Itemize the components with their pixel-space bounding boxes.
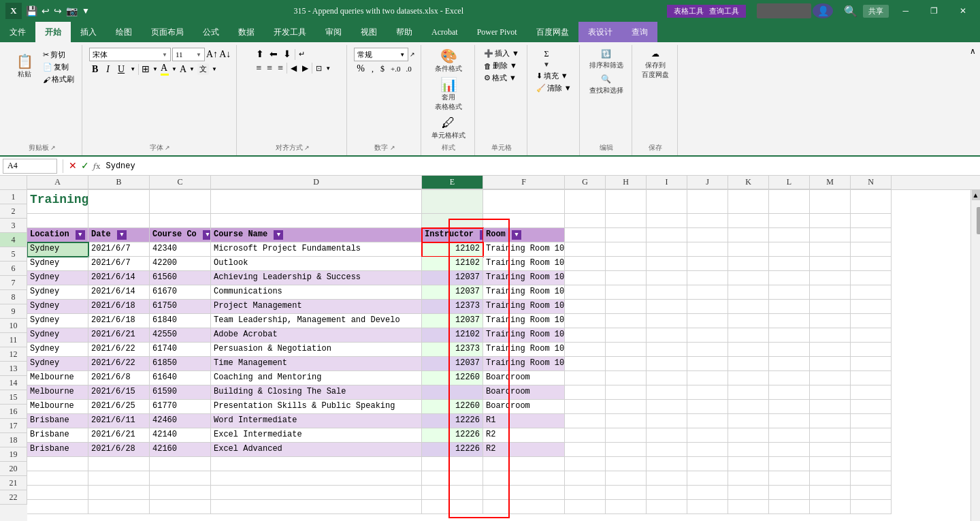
align-middle-btn[interactable]: ⬅	[267, 48, 280, 61]
col-header-C[interactable]: C	[150, 176, 211, 189]
cell-M19[interactable]	[810, 457, 851, 471]
cell-H18[interactable]	[606, 443, 647, 457]
tab-file[interactable]: 文件	[0, 22, 35, 42]
cell-A9[interactable]: Sydney	[27, 314, 88, 328]
cell-N14[interactable]	[851, 385, 892, 400]
cell-G12[interactable]	[565, 357, 606, 371]
cell-C3[interactable]: Course Co ▼	[150, 228, 211, 242]
cell-B5[interactable]: 2021/6/7	[88, 257, 150, 271]
cell-G21[interactable]	[565, 486, 606, 500]
cell-L14[interactable]	[769, 385, 810, 400]
cell-A19[interactable]	[27, 457, 88, 471]
vertical-scrollbar[interactable]: ▲ ▼	[970, 190, 980, 521]
cell-L4[interactable]	[769, 242, 810, 257]
cell-D21[interactable]	[211, 486, 422, 500]
cell-G10[interactable]	[565, 328, 606, 343]
ribbon-expand-btn[interactable]: ∧	[968, 45, 977, 58]
tab-devtools[interactable]: 开发工具	[264, 22, 316, 42]
dec-inc-btn[interactable]: +.0	[389, 64, 402, 74]
row-num-17[interactable]: 17	[0, 419, 27, 433]
cell-G14[interactable]	[565, 385, 606, 400]
indent-dec-btn[interactable]: ◀	[289, 63, 299, 74]
merge-btn[interactable]: ⊡	[314, 63, 324, 74]
cell-L9[interactable]	[769, 314, 810, 328]
fill-arrow[interactable]: ▼	[172, 66, 177, 72]
col-header-N[interactable]: N	[851, 176, 892, 189]
col-header-B[interactable]: B	[88, 176, 150, 189]
cell-I7[interactable]	[647, 285, 687, 300]
cell-J11[interactable]	[687, 343, 728, 357]
cell-G4[interactable]	[565, 242, 606, 257]
cell-C17[interactable]: 42140	[150, 428, 211, 443]
cell-A12[interactable]: Sydney	[27, 357, 88, 371]
cell-E5[interactable]: 12102	[422, 257, 483, 271]
align-center-btn[interactable]: ≡	[265, 62, 274, 74]
cell-N6[interactable]	[851, 271, 892, 285]
cell-N9[interactable]	[851, 314, 892, 328]
cell-H5[interactable]	[606, 257, 647, 271]
cell-J12[interactable]	[687, 357, 728, 371]
cell-F18[interactable]: R2	[483, 443, 565, 457]
cell-A10[interactable]: Sydney	[27, 328, 88, 343]
cell-N19[interactable]	[851, 457, 892, 471]
cell-G15[interactable]	[565, 400, 606, 414]
col-header-F[interactable]: F	[483, 176, 565, 189]
cell-F7[interactable]: Training Room 101	[483, 285, 565, 300]
cell-E7[interactable]: 12037	[422, 285, 483, 300]
cell-I16[interactable]	[647, 414, 687, 428]
cell-D22[interactable]	[211, 500, 422, 514]
cell-I11[interactable]	[647, 343, 687, 357]
cell-G3[interactable]	[565, 228, 606, 242]
cell-A15[interactable]: Melbourne	[27, 400, 88, 414]
cell-B17[interactable]: 2021/6/21	[88, 428, 150, 443]
tab-review[interactable]: 审阅	[316, 22, 351, 42]
cell-style-btn[interactable]: 🖊 单元格样式	[428, 114, 469, 142]
cell-J6[interactable]	[687, 271, 728, 285]
cell-E6[interactable]: 12037	[422, 271, 483, 285]
cell-M1[interactable]	[810, 190, 851, 214]
cell-N4[interactable]	[851, 242, 892, 257]
cell-G20[interactable]	[565, 471, 606, 486]
cell-K22[interactable]	[728, 500, 769, 514]
delete-btn[interactable]: 🗑 删除 ▼	[482, 60, 519, 72]
cell-I5[interactable]	[647, 257, 687, 271]
cell-N12[interactable]	[851, 357, 892, 371]
insert-btn[interactable]: ➕ 插入 ▼	[482, 48, 521, 59]
row-num-19[interactable]: 19	[0, 447, 27, 462]
cell-K16[interactable]	[728, 414, 769, 428]
conditional-format-btn[interactable]: 🎨 条件格式	[428, 48, 469, 75]
col-header-M[interactable]: M	[810, 176, 851, 189]
cell-J18[interactable]	[687, 443, 728, 457]
cell-F6[interactable]: Training Room 102	[483, 271, 565, 285]
cell-I9[interactable]	[647, 314, 687, 328]
cell-H19[interactable]	[606, 457, 647, 471]
cell-M11[interactable]	[810, 343, 851, 357]
cell-A8[interactable]: Sydney	[27, 300, 88, 314]
increase-font-btn[interactable]: A↑	[206, 49, 218, 60]
cell-D2[interactable]	[211, 214, 422, 228]
tab-query[interactable]: 查询	[622, 22, 657, 42]
border-btn[interactable]: ⊞	[142, 63, 150, 75]
number-format-expand[interactable]: ↗	[410, 51, 415, 58]
cell-K13[interactable]	[728, 371, 769, 385]
row-num-5[interactable]: 5	[0, 247, 27, 262]
cell-M14[interactable]	[810, 385, 851, 400]
row-num-21[interactable]: 21	[0, 476, 27, 490]
cell-F3[interactable]: Room ▼	[483, 228, 565, 242]
col-header-G[interactable]: G	[565, 176, 606, 189]
cell-N21[interactable]	[851, 486, 892, 500]
bold-btn[interactable]: B	[89, 63, 101, 76]
cell-C11[interactable]: 61740	[150, 343, 211, 357]
tab-draw[interactable]: 绘图	[106, 22, 142, 42]
cell-K11[interactable]	[728, 343, 769, 357]
row-num-15[interactable]: 15	[0, 390, 27, 405]
cell-B18[interactable]: 2021/6/28	[88, 443, 150, 457]
cell-D17[interactable]: Excel Intermediate	[211, 428, 422, 443]
row-num-12[interactable]: 12	[0, 347, 27, 362]
fill-color-btn[interactable]: A	[161, 63, 169, 76]
cell-D7[interactable]: Communications	[211, 285, 422, 300]
align-right-btn[interactable]: ≡	[276, 62, 285, 74]
cell-N7[interactable]	[851, 285, 892, 300]
align-left-btn[interactable]: ≡	[254, 62, 263, 74]
cell-M13[interactable]	[810, 371, 851, 385]
